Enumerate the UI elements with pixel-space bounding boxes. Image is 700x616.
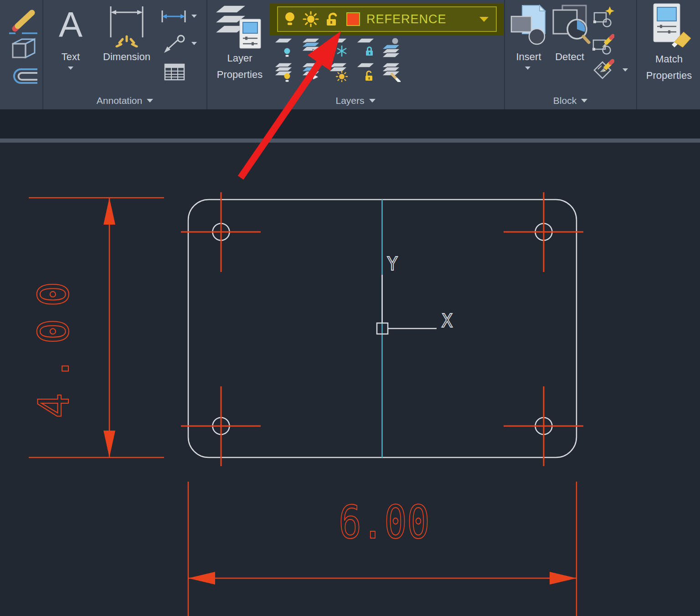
dimension-button-label: Dimension: [95, 51, 159, 63]
linear-dimension-icon: [160, 9, 187, 24]
panel-separator: [504, 0, 505, 109]
detect-button[interactable]: [550, 4, 592, 48]
vertical-dimension-text[interactable]: 4.00: [30, 282, 78, 418]
layer-color-swatch: [346, 12, 360, 26]
ucs-icon: Y X: [377, 253, 453, 334]
text-dropdown-caret-icon[interactable]: [68, 67, 73, 70]
layer-thaw-sun-icon: [303, 11, 319, 27]
leader-dropdown-caret-icon[interactable]: [191, 42, 197, 45]
offset-tool-button[interactable]: [7, 65, 39, 89]
paperclip-icon: [7, 65, 39, 87]
horizontal-dimension-text[interactable]: 6.00: [339, 496, 430, 549]
layer-make-current-button[interactable]: [301, 37, 321, 59]
leader-icon: [161, 35, 186, 54]
text-tool-icon: A: [50, 4, 91, 46]
dimension-arrowhead: [103, 431, 115, 457]
drawing-viewport[interactable]: 4.00 6.00 Y X: [0, 143, 700, 616]
layers-panel-label-text: Layers: [335, 95, 364, 106]
annotation-panel-label[interactable]: Annotation: [43, 93, 206, 108]
annotation-panel-caret-icon: [147, 99, 153, 103]
insert-block-icon: [510, 4, 548, 46]
cube-icon: [6, 36, 38, 63]
canvas-divider: [0, 139, 700, 143]
layer-dropdown-caret-icon: [479, 17, 489, 22]
insert-button-label: Insert: [510, 51, 548, 63]
drawing-canvas[interactable]: 4.00 6.00 Y X: [0, 143, 700, 616]
dimension-dropdown-caret-icon[interactable]: [191, 15, 197, 18]
ribbon-lower-band: [0, 109, 700, 139]
layer-properties-button[interactable]: [213, 4, 266, 52]
layer-merge-button[interactable]: [381, 62, 401, 84]
layer-match-button[interactable]: [301, 62, 321, 84]
dimension-arrowhead: [550, 572, 576, 585]
layer-on-button[interactable]: [273, 62, 293, 84]
horizontal-dimension[interactable]: 6.00: [188, 482, 576, 616]
detect-button-label: Detect: [546, 51, 593, 63]
ucs-x-label: X: [442, 310, 453, 331]
create-block-button[interactable]: [592, 5, 614, 29]
detect-icon: [550, 4, 592, 46]
ribbon: A Text Dimension: [0, 0, 700, 109]
linear-dimension-button[interactable]: [160, 9, 187, 26]
edit-block-button[interactable]: [592, 32, 614, 56]
layer-properties-label: Layer Properties: [206, 50, 273, 82]
insert-dropdown-caret-icon[interactable]: [525, 67, 530, 70]
block-panel-caret-icon: [581, 99, 587, 103]
layer-freeze-button[interactable]: [328, 37, 348, 59]
match-properties-label: Match Properties: [638, 51, 700, 83]
layer-dropdown[interactable]: REFERENCE: [277, 6, 497, 32]
layer-off-button[interactable]: [273, 37, 293, 59]
pencil-icon: [5, 8, 42, 35]
match-properties-button[interactable]: [649, 3, 696, 52]
layer-match-icon: [301, 62, 321, 82]
leader-button[interactable]: [161, 35, 186, 56]
edit-attributes-icon: [591, 57, 614, 79]
ucs-y-label: Y: [387, 253, 398, 274]
layer-off-icon: [273, 37, 293, 57]
layer-make-current-icon: [301, 37, 321, 57]
layer-unlock-button[interactable]: [355, 62, 376, 84]
vertical-dimension[interactable]: 4.00: [29, 198, 164, 457]
annotation-panel-label-text: Annotation: [97, 95, 142, 106]
table-button[interactable]: [164, 63, 185, 83]
layers-panel-label[interactable]: Layers: [207, 93, 504, 108]
match-properties-icon: [649, 3, 696, 50]
edit-attributes-button[interactable]: [591, 57, 614, 81]
dimension-arrowhead: [103, 198, 115, 225]
layers-panel-caret-icon: [369, 99, 376, 103]
text-button-label: Text: [50, 51, 91, 63]
table-icon: [164, 63, 185, 81]
attributes-dropdown-caret-icon[interactable]: [623, 68, 628, 72]
layer-isolate-icon: [381, 37, 401, 57]
erase-tool-button[interactable]: [5, 8, 42, 36]
block-panel-label-text: Block: [553, 95, 576, 106]
dimension-arrowhead: [188, 572, 215, 585]
layer-thaw-icon: [328, 62, 348, 82]
layer-merge-icon: [381, 62, 401, 82]
layer-on-icon: [273, 62, 293, 82]
create-block-icon: [592, 5, 614, 27]
panel-separator: [42, 0, 43, 109]
layer-unlock-icon: [355, 62, 376, 82]
edit-block-icon: [592, 32, 614, 55]
layer-lock-icon: [355, 37, 376, 57]
layer-thaw-button[interactable]: [328, 62, 348, 84]
layer-unlocked-padlock-icon: [325, 11, 340, 27]
layer-lock-button[interactable]: [355, 37, 376, 59]
layer-isolate-button[interactable]: [381, 37, 401, 59]
selected-layer-name: REFERENCE: [366, 12, 447, 26]
block-panel-label[interactable]: Block: [505, 93, 636, 108]
panel-separator: [636, 0, 637, 109]
box-tool-button[interactable]: [6, 36, 38, 65]
dimension-button[interactable]: [108, 5, 145, 49]
layer-properties-icon: [213, 4, 266, 50]
text-button[interactable]: A: [50, 4, 91, 46]
layer-freeze-icon: [328, 37, 348, 57]
dimension-icon: [108, 5, 145, 47]
layer-on-bulb-icon: [283, 11, 296, 27]
insert-button[interactable]: [510, 4, 548, 48]
